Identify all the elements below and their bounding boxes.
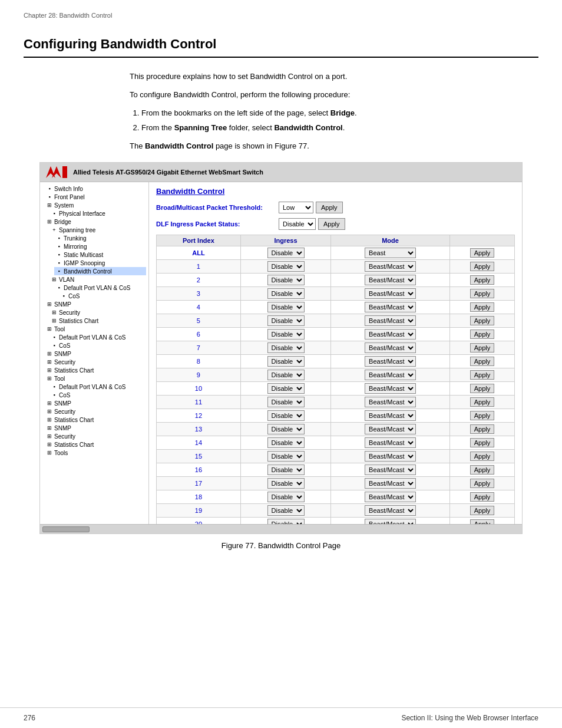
ingress-select-20[interactable]: DisableEnable xyxy=(267,519,305,524)
sidebar-item-switch-info[interactable]: ▪Switch Info xyxy=(45,185,146,193)
ingress-select-5[interactable]: DisableEnable xyxy=(267,315,305,326)
apply-button-7[interactable]: Apply xyxy=(470,343,495,353)
apply-cell-8[interactable]: Apply xyxy=(449,355,514,368)
ingress-select-10[interactable]: DisableEnable xyxy=(267,383,305,394)
ingress-17[interactable]: DisableEnable xyxy=(240,477,330,490)
apply-cell-1[interactable]: Apply xyxy=(449,260,514,274)
mode-all[interactable]: BeastBeast/Mcast xyxy=(331,246,450,260)
ingress-select-12[interactable]: DisableEnable xyxy=(267,410,305,421)
ingress-2[interactable]: DisableEnable xyxy=(240,274,330,287)
ingress-select-16[interactable]: DisableEnable xyxy=(267,465,305,475)
apply-cell-5[interactable]: Apply xyxy=(449,314,514,328)
sidebar-item-stats-chart-4[interactable]: ⊞Statistics Chart xyxy=(45,440,146,449)
dlf-select[interactable]: Disable Enable xyxy=(279,218,316,230)
sidebar-item-mirroring[interactable]: ▪Mirroring xyxy=(54,242,146,251)
ingress-9[interactable]: DisableEnable xyxy=(240,368,330,382)
sidebar-item-bandwidth-control[interactable]: ▪Bandwidth Control xyxy=(54,267,146,275)
sidebar-item-tool-1[interactable]: ⊞Tool xyxy=(45,325,146,333)
mode-select-6[interactable]: Beast/McastBeastMcast xyxy=(365,329,416,340)
mode-select-8[interactable]: Beast/McastBeastMcast xyxy=(365,356,416,367)
ingress-select-6[interactable]: DisableEnable xyxy=(267,329,305,340)
ingress-select-1[interactable]: DisableEnable xyxy=(267,261,305,272)
ingress-4[interactable]: DisableEnable xyxy=(240,301,330,314)
horizontal-scrollbar[interactable] xyxy=(42,526,90,532)
ingress-select-15[interactable]: DisableEnable xyxy=(267,451,305,462)
mode-select-7[interactable]: Beast/McastBeastMcast xyxy=(365,342,416,353)
broad-apply-button[interactable]: Apply xyxy=(316,202,343,213)
sidebar-item-security-1[interactable]: ⊞Security xyxy=(49,308,146,317)
apply-cell-3[interactable]: Apply xyxy=(449,287,514,301)
broad-select[interactable]: Low Middle High xyxy=(279,202,313,213)
sidebar-item-trunking[interactable]: ▪Trunking xyxy=(54,234,146,242)
sidebar-item-security-4[interactable]: ⊞Security xyxy=(45,432,146,440)
mode-18[interactable]: Beast/McastBeastMcast xyxy=(331,490,450,504)
sidebar-item-tool-2[interactable]: ⊞Tool xyxy=(45,374,146,383)
sidebar-item-cos-2[interactable]: ▪CoS xyxy=(49,341,146,350)
apply-cell-2[interactable]: Apply xyxy=(449,274,514,287)
ingress-19[interactable]: DisableEnable xyxy=(240,504,330,518)
ingress-select-11[interactable]: DisableEnable xyxy=(267,397,305,407)
sidebar-item-system[interactable]: ⊞System xyxy=(45,201,146,209)
sidebar-item-stats-chart-3[interactable]: ⊞Statistics Chart xyxy=(45,416,146,424)
apply-button-13[interactable]: Apply xyxy=(470,424,495,434)
mode-14[interactable]: Beast/McastBeastMcast xyxy=(331,436,450,450)
sidebar-item-tools[interactable]: ⊞Tools xyxy=(45,449,146,457)
sidebar-item-snmp-2[interactable]: ⊞SNMP xyxy=(45,350,146,358)
mode-11[interactable]: Beast/McastBeastMcast xyxy=(331,396,450,409)
apply-cell-4[interactable]: Apply xyxy=(449,301,514,314)
ingress-select-7[interactable]: DisableEnable xyxy=(267,342,305,353)
ingress-select-17[interactable]: DisableEnable xyxy=(267,478,305,489)
apply-cell-15[interactable]: Apply xyxy=(449,450,514,463)
sidebar-item-security-2[interactable]: ⊞Security xyxy=(45,358,146,366)
dlf-apply-button[interactable]: Apply xyxy=(318,218,345,230)
mode-8[interactable]: Beast/McastBeastMcast xyxy=(331,355,450,368)
ingress-10[interactable]: DisableEnable xyxy=(240,382,330,396)
mode-10[interactable]: Beast/McastBeastMcast xyxy=(331,382,450,396)
apply-button-16[interactable]: Apply xyxy=(470,465,495,475)
ingress-select-14[interactable]: DisableEnable xyxy=(267,437,305,448)
ingress-select-4[interactable]: DisableEnable xyxy=(267,302,305,312)
mode-select-1[interactable]: Beast/McastBeastMcast xyxy=(365,261,416,272)
apply-button-5[interactable]: Apply xyxy=(470,316,495,325)
apply-button-11[interactable]: Apply xyxy=(470,397,495,407)
mode-16[interactable]: Beast/McastBeastMcast xyxy=(331,463,450,477)
sidebar-item-bridge[interactable]: ⊞Bridge xyxy=(45,218,146,226)
sidebar-item-cos-3[interactable]: ▪CoS xyxy=(49,391,146,399)
mode-select-12[interactable]: Beast/McastBeastMcast xyxy=(365,410,416,421)
apply-cell-12[interactable]: Apply xyxy=(449,409,514,423)
ingress-13[interactable]: DisableEnable xyxy=(240,423,330,436)
sidebar-item-vlan[interactable]: ⊞VLAN xyxy=(49,275,146,284)
apply-button-14[interactable]: Apply xyxy=(470,438,495,447)
ingress-12[interactable]: DisableEnable xyxy=(240,409,330,423)
apply-button-19[interactable]: Apply xyxy=(470,506,495,515)
mode-select-16[interactable]: Beast/McastBeastMcast xyxy=(365,465,416,475)
apply-button-8[interactable]: Apply xyxy=(470,357,495,366)
mode-select-5[interactable]: Beast/McastBeastMcast xyxy=(365,315,416,326)
apply-button-12[interactable]: Apply xyxy=(470,411,495,420)
apply-cell-19[interactable]: Apply xyxy=(449,504,514,518)
sidebar-item-cos-1[interactable]: ▪CoS xyxy=(59,292,146,300)
mode-2[interactable]: Beast/McastBeastMcast xyxy=(331,274,450,287)
apply-cell-18[interactable]: Apply xyxy=(449,490,514,504)
ingress-select-9[interactable]: DisableEnable xyxy=(267,370,305,380)
ingress-18[interactable]: DisableEnable xyxy=(240,490,330,504)
apply-cell-14[interactable]: Apply xyxy=(449,436,514,450)
sidebar-item-snmp-3[interactable]: ⊞SNMP xyxy=(45,399,146,407)
sidebar-item-static-multicast[interactable]: ▪Static Multicast xyxy=(54,251,146,259)
mode-select-all[interactable]: BeastBeast/Mcast xyxy=(365,248,416,258)
mode-15[interactable]: Beast/McastBeastMcast xyxy=(331,450,450,463)
sidebar-item-spanning-tree[interactable]: +Spanning tree xyxy=(49,226,146,234)
ingress-select-all[interactable]: DisableEnable xyxy=(267,248,305,258)
apply-cell-7[interactable]: Apply xyxy=(449,341,514,355)
ingress-7[interactable]: DisableEnable xyxy=(240,341,330,355)
sidebar-item-default-vlan-cos[interactable]: ▪Default Port VLAN & CoS xyxy=(54,284,146,292)
mode-20[interactable]: Beast/McastBeastMcast xyxy=(331,518,450,525)
apply-cell-10[interactable]: Apply xyxy=(449,382,514,396)
mode-select-3[interactable]: Beast/McastBeastMcast xyxy=(365,288,416,299)
mode-12[interactable]: Beast/McastBeastMcast xyxy=(331,409,450,423)
sidebar-item-snmp-4[interactable]: ⊞SNMP xyxy=(45,424,146,432)
mode-5[interactable]: Beast/McastBeastMcast xyxy=(331,314,450,328)
apply-cell-17[interactable]: Apply xyxy=(449,477,514,490)
sidebar-item-stats-chart-2[interactable]: ⊞Statistics Chart xyxy=(45,366,146,374)
ingress-15[interactable]: DisableEnable xyxy=(240,450,330,463)
